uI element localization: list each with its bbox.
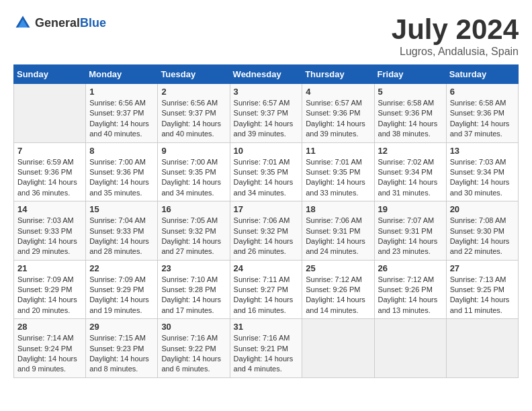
logo-blue: Blue [80,16,106,30]
column-header-saturday: Saturday [446,65,518,84]
day-number: 18 [306,204,370,214]
calendar-cell: 13Sunrise: 7:03 AMSunset: 9:34 PMDayligh… [446,142,518,201]
calendar-cell [14,84,86,143]
day-number: 23 [161,263,226,273]
day-number: 6 [450,87,515,97]
day-number: 4 [306,87,370,97]
column-header-wednesday: Wednesday [230,65,302,84]
page-header: GeneralBlue July 2024 Lugros, Andalusia,… [13,13,519,58]
day-number: 22 [89,263,154,273]
day-number: 19 [378,204,443,214]
cell-content: Sunrise: 7:03 AMSunset: 9:33 PMDaylight:… [17,216,82,257]
calendar-cell: 16Sunrise: 7:05 AMSunset: 9:32 PMDayligh… [158,201,230,261]
calendar-table: SundayMondayTuesdayWednesdayThursdayFrid… [13,64,519,378]
cell-content: Sunrise: 7:01 AMSunset: 9:35 PMDaylight:… [234,157,299,199]
calendar-cell: 22Sunrise: 7:09 AMSunset: 9:29 PMDayligh… [86,260,158,319]
cell-content: Sunrise: 6:58 AMSunset: 9:36 PMDaylight:… [378,98,443,140]
cell-content: Sunrise: 7:08 AMSunset: 9:30 PMDaylight:… [450,216,515,257]
column-header-friday: Friday [374,65,446,84]
calendar-cell: 30Sunrise: 7:16 AMSunset: 9:22 PMDayligh… [158,319,230,378]
calendar-cell: 10Sunrise: 7:01 AMSunset: 9:35 PMDayligh… [230,142,302,201]
title-block: July 2024 Lugros, Andalusia, Spain [392,13,519,58]
column-header-thursday: Thursday [302,65,374,84]
calendar-cell: 1Sunrise: 6:56 AMSunset: 9:37 PMDaylight… [86,84,158,143]
cell-content: Sunrise: 7:10 AMSunset: 9:28 PMDaylight:… [161,275,226,316]
day-number: 3 [234,87,299,97]
cell-content: Sunrise: 7:09 AMSunset: 9:29 PMDaylight:… [89,275,154,316]
calendar-cell: 25Sunrise: 7:12 AMSunset: 9:26 PMDayligh… [302,260,374,319]
calendar-cell: 6Sunrise: 6:58 AMSunset: 9:36 PMDaylight… [446,84,518,143]
day-number: 1 [89,87,154,97]
cell-content: Sunrise: 6:56 AMSunset: 9:37 PMDaylight:… [89,98,154,140]
logo-general: General [35,16,80,30]
cell-content: Sunrise: 7:04 AMSunset: 9:33 PMDaylight:… [89,216,154,257]
day-number: 26 [378,263,443,273]
calendar-cell: 14Sunrise: 7:03 AMSunset: 9:33 PMDayligh… [14,201,86,261]
column-header-monday: Monday [86,65,158,84]
cell-content: Sunrise: 7:15 AMSunset: 9:23 PMDaylight:… [89,333,154,375]
cell-content: Sunrise: 6:58 AMSunset: 9:36 PMDaylight:… [450,98,515,140]
cell-content: Sunrise: 6:57 AMSunset: 9:37 PMDaylight:… [234,98,299,140]
cell-content: Sunrise: 7:00 AMSunset: 9:35 PMDaylight:… [161,157,226,199]
calendar-cell: 15Sunrise: 7:04 AMSunset: 9:33 PMDayligh… [86,201,158,261]
day-number: 27 [450,263,515,273]
day-number: 28 [17,322,82,332]
week-row-1: 1Sunrise: 6:56 AMSunset: 9:37 PMDaylight… [14,84,519,143]
cell-content: Sunrise: 7:03 AMSunset: 9:34 PMDaylight:… [450,157,515,199]
month-title: July 2024 [392,13,519,46]
calendar-cell: 8Sunrise: 7:00 AMSunset: 9:36 PMDaylight… [86,142,158,201]
day-number: 20 [450,204,515,214]
day-number: 9 [161,146,226,156]
calendar-cell: 12Sunrise: 7:02 AMSunset: 9:34 PMDayligh… [374,142,446,201]
calendar-cell: 21Sunrise: 7:09 AMSunset: 9:29 PMDayligh… [14,260,86,319]
column-header-sunday: Sunday [14,65,86,84]
logo: GeneralBlue [13,13,106,32]
calendar-cell: 26Sunrise: 7:12 AMSunset: 9:26 PMDayligh… [374,260,446,319]
cell-content: Sunrise: 7:16 AMSunset: 9:22 PMDaylight:… [161,333,226,375]
cell-content: Sunrise: 7:06 AMSunset: 9:32 PMDaylight:… [234,216,299,257]
calendar-cell: 29Sunrise: 7:15 AMSunset: 9:23 PMDayligh… [86,319,158,378]
logo-icon [13,13,32,32]
day-number: 21 [17,263,82,273]
cell-content: Sunrise: 7:00 AMSunset: 9:36 PMDaylight:… [89,157,154,199]
cell-content: Sunrise: 7:05 AMSunset: 9:32 PMDaylight:… [161,216,226,257]
day-number: 31 [234,322,299,332]
day-number: 30 [161,322,226,332]
calendar-cell: 19Sunrise: 7:07 AMSunset: 9:31 PMDayligh… [374,201,446,261]
calendar-cell: 3Sunrise: 6:57 AMSunset: 9:37 PMDaylight… [230,84,302,143]
day-number: 24 [234,263,299,273]
cell-content: Sunrise: 6:57 AMSunset: 9:36 PMDaylight:… [306,98,370,140]
calendar-cell: 23Sunrise: 7:10 AMSunset: 9:28 PMDayligh… [158,260,230,319]
day-number: 5 [378,87,443,97]
week-row-3: 14Sunrise: 7:03 AMSunset: 9:33 PMDayligh… [14,201,519,261]
day-number: 14 [17,204,82,214]
calendar-cell: 2Sunrise: 6:56 AMSunset: 9:37 PMDaylight… [158,84,230,143]
cell-content: Sunrise: 7:11 AMSunset: 9:27 PMDaylight:… [234,275,299,316]
day-number: 16 [161,204,226,214]
cell-content: Sunrise: 7:13 AMSunset: 9:25 PMDaylight:… [450,275,515,316]
day-number: 12 [378,146,443,156]
cell-content: Sunrise: 7:07 AMSunset: 9:31 PMDaylight:… [378,216,443,257]
cell-content: Sunrise: 6:56 AMSunset: 9:37 PMDaylight:… [161,98,226,140]
cell-content: Sunrise: 7:12 AMSunset: 9:26 PMDaylight:… [306,275,370,316]
week-row-5: 28Sunrise: 7:14 AMSunset: 9:24 PMDayligh… [14,319,519,378]
cell-content: Sunrise: 7:16 AMSunset: 9:21 PMDaylight:… [234,333,299,375]
day-number: 25 [306,263,370,273]
week-row-4: 21Sunrise: 7:09 AMSunset: 9:29 PMDayligh… [14,260,519,319]
day-number: 13 [450,146,515,156]
cell-content: Sunrise: 7:01 AMSunset: 9:35 PMDaylight:… [306,157,370,199]
day-number: 29 [89,322,154,332]
header-row: SundayMondayTuesdayWednesdayThursdayFrid… [14,65,519,84]
day-number: 11 [306,146,370,156]
logo-text: GeneralBlue [35,16,106,30]
day-number: 15 [89,204,154,214]
day-number: 17 [234,204,299,214]
cell-content: Sunrise: 7:06 AMSunset: 9:31 PMDaylight:… [306,216,370,257]
location-title: Lugros, Andalusia, Spain [392,46,519,58]
day-number: 8 [89,146,154,156]
calendar-cell [446,319,518,378]
day-number: 10 [234,146,299,156]
column-header-tuesday: Tuesday [158,65,230,84]
calendar-cell [302,319,374,378]
cell-content: Sunrise: 7:14 AMSunset: 9:24 PMDaylight:… [17,333,82,375]
